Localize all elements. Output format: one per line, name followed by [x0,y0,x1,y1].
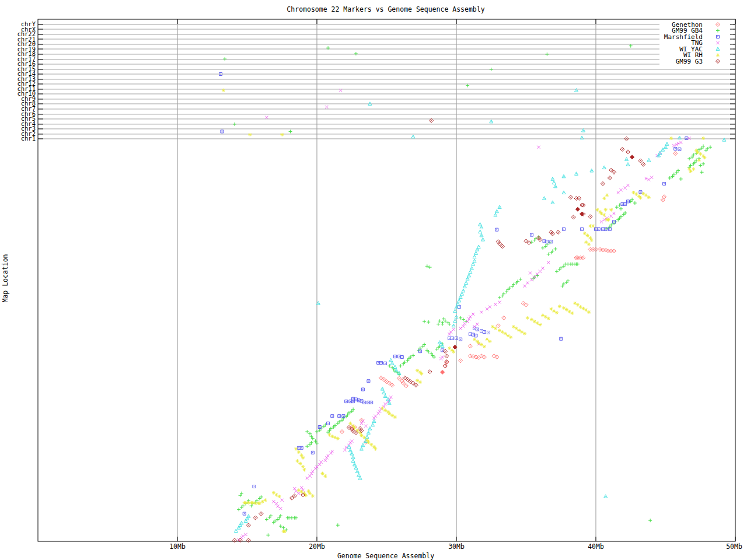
point-wi-rh [311,494,315,498]
point-marshfield-dot [640,191,641,192]
point-genethon-dot [605,250,606,251]
point-wi-rh [321,472,324,475]
point-gm99-g3 [630,155,634,159]
point-marshfield-dot [563,229,564,230]
point-genethon-dot [478,357,479,358]
point-wi-rh [261,500,264,503]
scatter-plot: chrYchrXchr22chr21chr20chr19chr18chr17ch… [0,0,747,560]
point-wi-rh [644,194,648,197]
point-gm99-g3-dot [430,371,431,372]
point-genethon [441,370,445,374]
point-wi-rh [473,338,476,341]
point-wi-yac-dot [399,373,400,374]
point-gm99-g3-dot [348,427,350,428]
point-marshfield-dot [298,447,299,449]
point-gm99-gb4 [633,201,637,205]
point-genethon-dot [523,303,524,304]
point-wi-rh [526,316,529,320]
point-marshfield-dot [551,241,552,242]
point-wi-rh [297,450,301,454]
point-wi-rh [581,307,585,310]
point-wi-rh [584,309,588,312]
point-wi-rh [494,327,497,330]
point-genethon-dot [599,249,601,250]
point-tng [526,281,529,284]
point-marshfield-dot [481,331,482,332]
legend-marker-gm99-g3-dot [717,61,718,62]
point-wi-rh [547,317,550,320]
point-genethon-dot [389,383,390,384]
point-wi-yac-dot [247,518,248,519]
point-wi-yac-dot [466,282,467,284]
point-wi-yac-dot [382,388,383,390]
point-gm99-g3-dot [558,232,559,233]
point-marshfield-dot [368,402,369,403]
point-wi-yac-dot [591,170,592,172]
point-marshfield-dot [371,402,372,403]
point-gm99-gb4 [336,523,340,527]
x-tick-label-40mb: 40Mb [588,542,604,551]
point-gm99-g3-dot [573,216,574,218]
point-wi-rh [348,422,352,425]
point-wi-yac-dot [483,239,484,240]
point-wi-rh [328,433,331,436]
chromosome-label-chr1: chr1 [21,135,36,142]
point-wi-rh [280,133,284,136]
point-marshfield-dot [399,356,400,357]
point-marshfield-dot [364,402,365,403]
point-gm99-gb4 [223,57,226,61]
point-wi-yac-dot [626,159,627,160]
point-tng [306,477,309,480]
point-gm99-g3-dot [640,160,641,162]
point-gm99-g3-dot [502,246,503,247]
point-wi-rh [576,303,580,307]
point-marshfield-dot [244,513,245,514]
point-wi-rh [272,491,275,495]
point-gm99-g3-dot [446,361,447,362]
point-wi-yac-dot [481,235,482,236]
point-gm99-gb4 [399,364,402,368]
point-wi-rh [544,315,547,318]
point-wi-yac-dot [248,516,249,517]
point-marshfield-dot [402,356,403,358]
point-genethon-dot [503,317,504,318]
point-wi-yac-dot [499,206,500,208]
point-wi-rh [584,240,588,244]
y-axis-title: Map Location [1,254,9,302]
point-wi-rh [420,372,423,376]
point-marshfield-dot [544,241,545,242]
point-gm99-g3-dot [416,385,417,386]
point-gm99-gb4 [648,519,652,522]
point-tng [245,533,247,536]
point-gm99-g3-dot [248,540,249,541]
point-wi-rh [632,191,636,194]
point-gm99-g3-dot [602,183,603,184]
point-marshfield-dot [686,138,687,139]
point-gm99-g3-dot [291,498,292,499]
point-genethon-dot [476,356,477,358]
point-marshfield-dot [350,401,351,402]
point-wi-rh [301,456,305,460]
point-wi-yac-dot [453,326,454,327]
point-gm99-gb4 [708,145,712,149]
point-gm99-gb4 [354,52,358,55]
point-wi-rh [283,530,287,533]
point-gm99-g3-dot [528,242,529,243]
point-genethon-dot [498,326,499,327]
point-genethon-dot [403,383,404,384]
point-gm99-gb4 [441,323,444,326]
point-wi-rh [523,332,526,335]
point-marshfield-dot [679,149,680,150]
point-wi-yac-dot [648,160,650,161]
point-gm99-gb4 [423,320,426,323]
point-wi-yac-dot [576,173,577,174]
point-tng [441,355,444,358]
point-wi-rh [638,196,642,200]
point-gm99-g3-dot [583,214,584,215]
point-wi-yac-dot [395,366,396,368]
point-gm99-g3-dot [552,233,553,235]
point-wi-rh [515,327,518,330]
point-wi-yac-dot [497,211,498,212]
point-wi-rh [600,212,603,215]
point-wi-rh [605,194,609,197]
